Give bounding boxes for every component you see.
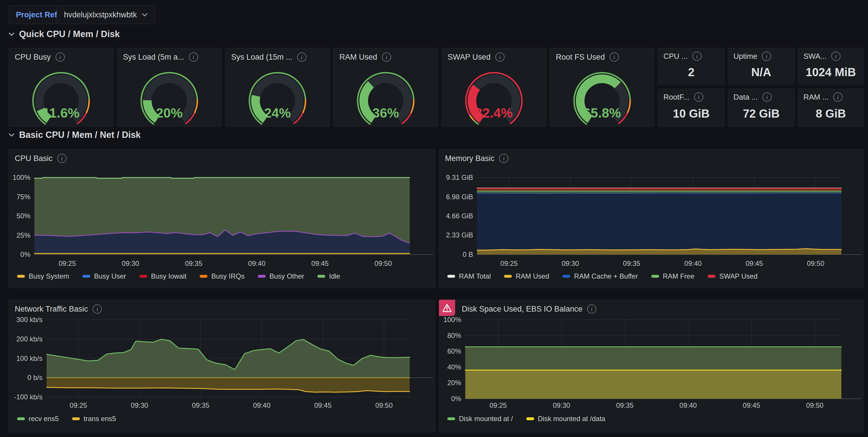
- panel-title: Uptime: [734, 52, 757, 61]
- panel-title-row[interactable]: Sys Load (15m ...: [225, 48, 330, 62]
- legend-item[interactable]: Busy IRQs: [199, 272, 245, 280]
- panel-title-row[interactable]: Uptime: [728, 48, 794, 61]
- info-icon[interactable]: [831, 52, 840, 61]
- panel-disk-space-used[interactable]: Disk Space Used, EBS IO Balance Disk mou…: [439, 300, 864, 432]
- svg-text:09:40: 09:40: [253, 401, 271, 409]
- info-icon[interactable]: [382, 52, 391, 62]
- panel-title-row[interactable]: RAM ...: [798, 89, 863, 101]
- panel-title: CPU ...: [663, 52, 688, 61]
- legend-item[interactable]: RAM Used: [504, 272, 549, 280]
- panel-gauge-sys-load-5m-a-[interactable]: Sys Load (5m a... 20%: [117, 48, 222, 126]
- chart-plot-area[interactable]: 100%80%60%40%20%0%09:2509:3009:3509:4009…: [439, 300, 863, 432]
- info-icon[interactable]: [495, 52, 505, 62]
- svg-text:200 kb/s: 200 kb/s: [16, 335, 42, 343]
- info-icon[interactable]: [833, 92, 842, 101]
- info-icon[interactable]: [762, 52, 771, 61]
- info-icon[interactable]: [297, 52, 306, 62]
- stat-value: 2: [658, 64, 724, 80]
- legend-item[interactable]: Busy Iowait: [140, 272, 187, 280]
- svg-text:0 B: 0 B: [463, 251, 473, 258]
- legend-item[interactable]: Disk mounted at /data: [526, 415, 605, 423]
- panel-title: Sys Load (15m ...: [231, 53, 292, 62]
- chart-legend[interactable]: RAM TotalRAM UsedRAM Cache + BufferRAM F…: [447, 272, 757, 280]
- legend-item[interactable]: Idle: [317, 272, 340, 280]
- legend-label: RAM Used: [516, 272, 549, 280]
- chart-plot-area[interactable]: 9.31 GiB6.98 GiB4.66 GiB2.33 GiB0 B09:25…: [439, 149, 863, 288]
- info-icon[interactable]: [692, 52, 702, 61]
- info-icon[interactable]: [763, 92, 772, 101]
- panel-stat-rootf-[interactable]: RootF... 10 GiB: [658, 89, 724, 126]
- variable-value-dropdown[interactable]: hvdelujxlxstpxkhwbtk: [57, 5, 155, 24]
- chart-plot-area[interactable]: 300 kb/s200 kb/s100 kb/s0 b/s-100 kb/s09…: [9, 300, 435, 432]
- panel-memory-basic[interactable]: Memory Basic RAM TotalRAM UsedRAM Cache …: [439, 149, 864, 288]
- legend-item[interactable]: RAM Cache + Buffer: [562, 272, 638, 280]
- legend-item[interactable]: Busy System: [17, 272, 69, 280]
- panel-stat-swa-[interactable]: SWA... 1024 MiB: [798, 48, 864, 85]
- legend-item[interactable]: Disk mounted at /: [447, 415, 513, 423]
- legend-color-marker: [708, 275, 715, 278]
- svg-text:100 kb/s: 100 kb/s: [16, 354, 42, 362]
- info-icon[interactable]: [587, 304, 596, 314]
- panel-gauge-root-fs-used[interactable]: Root FS Used 65.8%: [550, 48, 654, 126]
- variable-label-button[interactable]: Project Ref: [9, 5, 64, 24]
- section-basic-cpu-mem-net-disk[interactable]: Basic CPU / Mem / Net / Disk: [8, 130, 141, 140]
- panel-gauge-swap-used[interactable]: SWAP Used 32.4%: [441, 48, 546, 126]
- panel-title-row[interactable]: Data ...: [728, 89, 794, 101]
- info-icon[interactable]: [610, 52, 619, 62]
- legend-item[interactable]: SWAP Used: [708, 272, 757, 280]
- info-icon[interactable]: [93, 304, 102, 314]
- panel-title-row[interactable]: RootF...: [658, 89, 724, 101]
- panel-title-row[interactable]: SWA...: [798, 48, 863, 61]
- svg-text:80%: 80%: [447, 331, 461, 340]
- panel-title: SWAP Used: [447, 53, 491, 62]
- legend-color-marker: [447, 275, 455, 278]
- panel-title-row[interactable]: CPU Basic: [9, 149, 435, 163]
- panel-title-row[interactable]: Sys Load (5m a...: [117, 48, 221, 62]
- svg-text:300 kb/s: 300 kb/s: [16, 316, 42, 323]
- panel-title-row[interactable]: Network Traffic Basic: [9, 300, 435, 314]
- panel-stat-data-[interactable]: Data ... 72 GiB: [728, 89, 795, 126]
- panel-title-row[interactable]: SWAP Used: [442, 48, 546, 62]
- panel-network-traffic-basic[interactable]: Network Traffic Basic recv ens5trans ens…: [9, 300, 435, 432]
- info-icon[interactable]: [189, 52, 198, 62]
- panel-title-row[interactable]: Disk Space Used, EBS IO Balance: [439, 300, 863, 314]
- legend-item[interactable]: trans ens5: [72, 415, 116, 423]
- panel-title-row[interactable]: Memory Basic: [439, 149, 863, 163]
- panel-gauge-ram-used[interactable]: RAM Used 36%: [333, 48, 438, 126]
- panel-gauge-sys-load-15m-[interactable]: Sys Load (15m ... 24%: [225, 48, 330, 126]
- gauge-value: 20%: [156, 106, 183, 120]
- legend-color-marker: [140, 275, 147, 278]
- legend-color-marker: [72, 417, 80, 420]
- legend-color-marker: [526, 417, 534, 420]
- info-icon[interactable]: [56, 52, 65, 62]
- section-quick-cpu-mem-disk[interactable]: Quick CPU / Mem / Disk: [8, 29, 120, 39]
- alert-state-badge[interactable]: [439, 300, 455, 316]
- legend-color-marker: [83, 275, 90, 278]
- info-icon[interactable]: [499, 154, 508, 163]
- chart-legend[interactable]: Busy SystemBusy UserBusy IowaitBusy IRQs…: [17, 272, 340, 280]
- legend-item[interactable]: Busy Other: [258, 272, 304, 280]
- panel-title-row[interactable]: CPU ...: [658, 48, 724, 61]
- panel-stat-cpu-[interactable]: CPU ... 2: [658, 48, 724, 85]
- gauge-value: 36%: [372, 106, 399, 120]
- panel-cpu-basic[interactable]: CPU Basic Busy SystemBusy UserBusy Iowai…: [9, 149, 435, 288]
- legend-item[interactable]: RAM Free: [651, 272, 694, 280]
- panel-title-row[interactable]: RAM Used: [334, 48, 438, 62]
- legend-item[interactable]: Busy User: [83, 272, 126, 280]
- svg-text:09:25: 09:25: [500, 260, 518, 267]
- info-icon[interactable]: [57, 154, 66, 163]
- legend-item[interactable]: RAM Total: [447, 272, 491, 280]
- chart-legend[interactable]: Disk mounted at /Disk mounted at /data: [447, 415, 605, 423]
- panel-stat-uptime[interactable]: Uptime N/A: [728, 48, 795, 85]
- section-title: Basic CPU / Mem / Net / Disk: [19, 130, 141, 140]
- chart-plot-area[interactable]: 100%75%50%25%0%09:2509:3009:3509:4009:45…: [9, 149, 435, 288]
- chart-legend[interactable]: recv ens5trans ens5: [17, 415, 116, 423]
- chevron-down-icon: [8, 32, 15, 36]
- legend-item[interactable]: recv ens5: [17, 415, 59, 423]
- panel-stat-ram-[interactable]: RAM ... 8 GiB: [798, 89, 864, 126]
- panel-title-row[interactable]: Root FS Used: [550, 48, 654, 62]
- info-icon[interactable]: [694, 92, 703, 101]
- svg-text:09:50: 09:50: [375, 401, 393, 409]
- panel-title-row[interactable]: CPU Busy: [9, 48, 113, 62]
- panel-gauge-cpu-busy[interactable]: CPU Busy 11.6%: [9, 48, 114, 126]
